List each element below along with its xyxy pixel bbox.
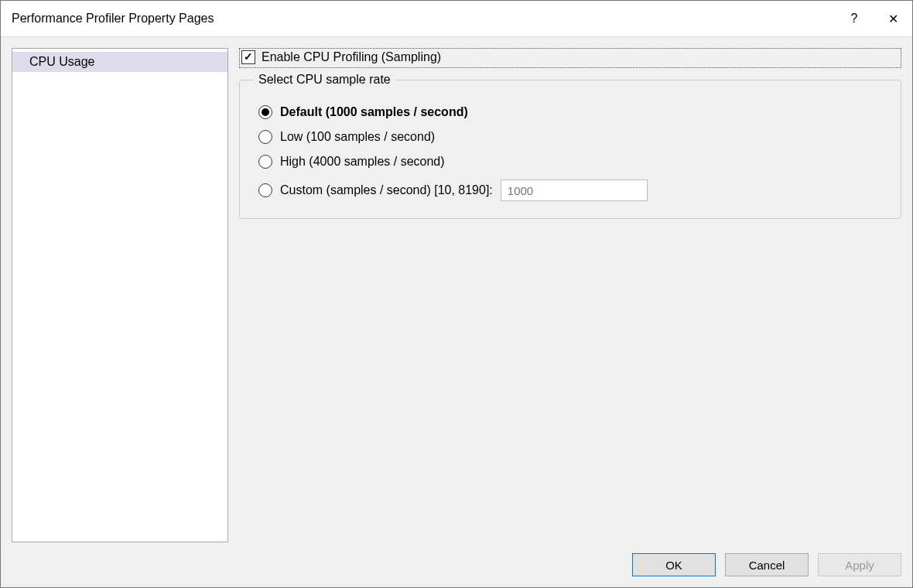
- content-pane: Enable CPU Profiling (Sampling) Select C…: [239, 48, 901, 542]
- titlebar: Performance Profiler Property Pages ? ✕: [1, 1, 912, 36]
- sample-rate-option-custom[interactable]: Custom (samples / second) [10, 8190]:: [258, 179, 887, 201]
- radio-icon: [258, 105, 272, 119]
- dialog-body: CPU Usage Enable CPU Profiling (Sampling…: [1, 36, 912, 587]
- dialog-button-row: OK Cancel Apply: [12, 542, 901, 576]
- ok-button[interactable]: OK: [632, 553, 716, 576]
- sidebar: CPU Usage: [12, 48, 228, 542]
- sample-rate-option-label: Custom (samples / second) [10, 8190]:: [280, 183, 493, 197]
- enable-cpu-profiling-checkbox[interactable]: [241, 50, 255, 64]
- sample-rate-option-label: High (4000 samples / second): [280, 155, 445, 169]
- dialog-window: Performance Profiler Property Pages ? ✕ …: [0, 0, 913, 588]
- enable-cpu-profiling-row: Enable CPU Profiling (Sampling): [239, 48, 901, 68]
- sidebar-item-cpu-usage[interactable]: CPU Usage: [12, 52, 227, 72]
- sample-rate-option-label: Low (100 samples / second): [280, 130, 435, 144]
- radio-icon: [258, 183, 272, 197]
- enable-cpu-profiling-label: Enable CPU Profiling (Sampling): [262, 50, 441, 64]
- sample-rate-option-low[interactable]: Low (100 samples / second): [258, 130, 887, 144]
- apply-button: Apply: [818, 553, 901, 576]
- sample-rate-group: Select CPU sample rate Default (1000 sam…: [239, 73, 901, 219]
- main-row: CPU Usage Enable CPU Profiling (Sampling…: [12, 48, 901, 542]
- sample-rate-option-label: Default (1000 samples / second): [280, 105, 468, 119]
- help-button[interactable]: ?: [835, 1, 874, 36]
- window-title: Performance Profiler Property Pages: [12, 12, 835, 26]
- close-button[interactable]: ✕: [874, 1, 912, 36]
- cancel-button[interactable]: Cancel: [725, 553, 809, 576]
- radio-icon: [258, 130, 272, 144]
- custom-sample-rate-input[interactable]: [501, 179, 648, 201]
- radio-icon: [258, 155, 272, 169]
- sample-rate-option-high[interactable]: High (4000 samples / second): [258, 155, 887, 169]
- sample-rate-option-default[interactable]: Default (1000 samples / second): [258, 105, 887, 119]
- sample-rate-legend: Select CPU sample rate: [254, 73, 395, 87]
